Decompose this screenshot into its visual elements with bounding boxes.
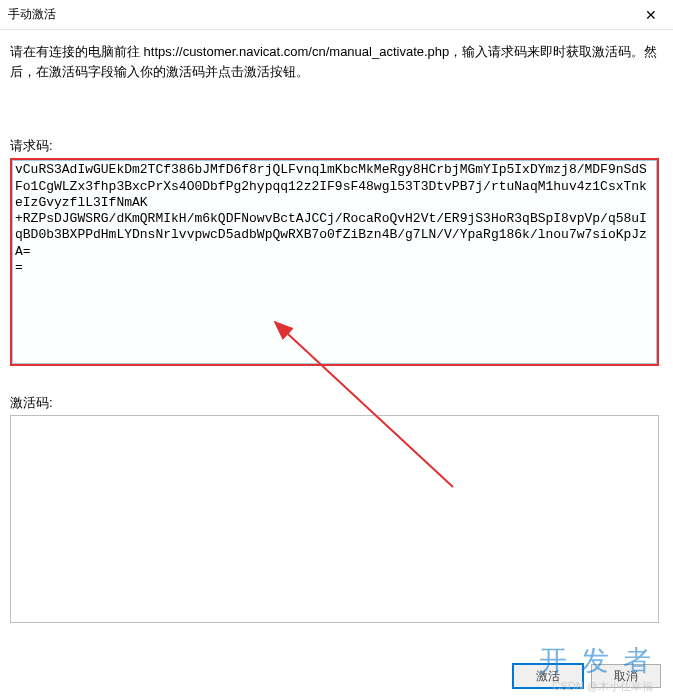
activate-button[interactable]: 激活 [513, 664, 583, 688]
request-code-textarea[interactable] [10, 158, 659, 366]
activate-button-label: 激活 [536, 668, 560, 685]
request-code-group [10, 158, 663, 369]
window-title: 手动激活 [8, 6, 56, 23]
activation-code-textarea[interactable] [10, 415, 659, 623]
activation-code-label: 激活码: [10, 394, 663, 412]
activation-code-group [10, 415, 663, 626]
close-button[interactable]: ✕ [628, 0, 673, 30]
cancel-button[interactable]: 取消 [591, 664, 661, 688]
cancel-button-label: 取消 [614, 668, 638, 685]
request-code-label: 请求码: [10, 137, 663, 155]
close-icon: ✕ [645, 7, 657, 23]
dialog-button-row: 激活 取消 [513, 664, 661, 688]
instructions-text: 请在有连接的电脑前往 https://customer.navicat.com/… [10, 42, 663, 82]
titlebar: 手动激活 ✕ [0, 0, 673, 30]
dialog-content: 请在有连接的电脑前往 https://customer.navicat.com/… [0, 30, 673, 626]
manual-activation-dialog: 手动激活 ✕ 请在有连接的电脑前往 https://customer.navic… [0, 0, 673, 700]
